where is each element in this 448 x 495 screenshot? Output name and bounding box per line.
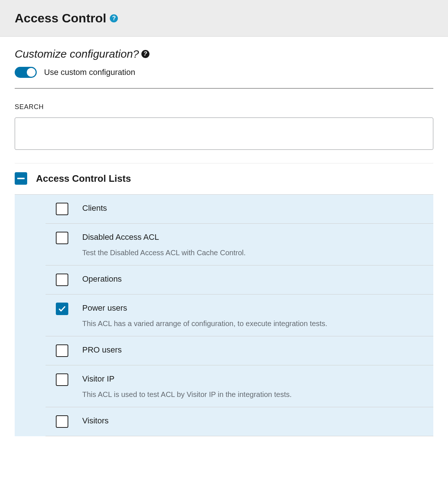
acl-label[interactable]: Operations [82,274,422,284]
page-header: Access Control ? [0,0,448,37]
help-icon[interactable]: ? [110,14,118,22]
toggle-knob [27,68,36,77]
customize-heading-text: Customize configuration? [15,48,139,60]
acl-body: Operations [82,274,422,284]
acl-label[interactable]: Power users [82,303,422,313]
acl-body: Clients [82,203,422,213]
page-title-text: Access Control [15,11,106,25]
acl-label[interactable]: Visitor IP [82,374,422,384]
acl-body: Visitor IPThis ACL is used to test ACL b… [82,373,422,399]
acl-checkbox[interactable] [56,232,68,244]
acl-description: This ACL has a varied arrange of configu… [82,319,422,328]
toggle-row: Use custom configuration [15,67,433,88]
group-header: Access Control Lists [15,172,433,185]
acl-row: Power usersThis ACL has a varied arrange… [46,295,433,336]
help-icon[interactable]: ? [141,50,149,58]
acl-description: Test the Disabled Access ACL with Cache … [82,249,422,257]
search-input[interactable] [15,118,433,150]
acl-label[interactable]: Visitors [82,416,422,426]
page-title: Access Control ? [15,11,118,25]
group-title: Access Control Lists [36,173,131,184]
acl-body: Power usersThis ACL has a varied arrange… [82,303,422,328]
minus-icon [17,178,25,179]
acl-list: ClientsDisabled Access ACLTest the Disab… [15,194,433,436]
acl-label[interactable]: Clients [82,203,422,213]
acl-checkbox[interactable] [56,274,68,286]
acl-label[interactable]: Disabled Access ACL [82,232,422,242]
acl-row: Disabled Access ACLTest the Disabled Acc… [46,224,433,265]
acl-checkbox[interactable] [56,344,68,357]
toggle-label: Use custom configuration [44,68,135,77]
content: Customize configuration? ? Use custom co… [0,37,448,436]
acl-checkbox[interactable] [56,415,68,428]
group-checkbox-indeterminate[interactable] [15,172,27,185]
acl-checkbox[interactable] [56,373,68,386]
acl-description: This ACL is used to test ACL by Visitor … [82,390,422,399]
search-label: SEARCH [15,103,433,111]
acl-label[interactable]: PRO users [82,345,422,355]
acl-checkbox[interactable] [56,203,68,215]
acl-row: Clients [46,195,433,224]
custom-config-toggle[interactable] [15,67,37,78]
acl-row: Visitor IPThis ACL is used to test ACL b… [46,365,433,407]
acl-row: Visitors [46,407,433,436]
customize-heading: Customize configuration? ? [15,48,149,60]
divider [15,163,433,163]
acl-body: Disabled Access ACLTest the Disabled Acc… [82,232,422,257]
acl-body: PRO users [82,344,422,355]
acl-row: Operations [46,265,433,295]
acl-checkbox[interactable] [56,303,68,315]
check-icon [58,305,66,313]
acl-row: PRO users [46,336,433,365]
acl-body: Visitors [82,415,422,426]
